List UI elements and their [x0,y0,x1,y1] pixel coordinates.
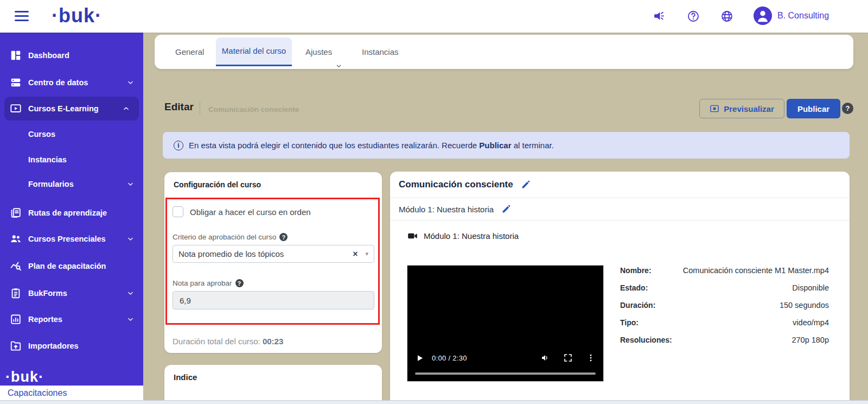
sidebar-item-importadores[interactable]: Importadores [0,335,143,357]
course-title: Comunicación consciente [399,179,513,190]
video-controls: 0:00 / 2:30 [407,351,603,365]
module-title-row: Módulo 1: Nuestra historia [390,198,850,220]
course-config-card: Configuración del curso Obligar a hacer … [164,172,382,353]
capacitaciones-link[interactable]: Capacitaciones [8,388,67,398]
grade-input[interactable] [173,291,374,310]
chevron-down-icon [126,289,135,298]
title-divider [200,101,200,115]
edit-course-title-icon[interactable] [521,180,531,190]
app-root: ·buk· B. Consulting Dashboard Centro de … [0,0,868,404]
video-time: 0:00 / 2:30 [432,354,467,362]
index-card: Indice [164,365,382,404]
course-tabs-card: General Material del curso Ajustes Insta… [155,35,853,69]
preview-eye-icon [710,104,719,113]
criteria-field-label: Criterio de aprobación del curso ? [173,233,288,241]
help-icon[interactable] [687,10,700,23]
force-order-checkbox[interactable] [173,206,183,217]
grade-help-icon[interactable]: ? [235,279,244,287]
training-plan-icon [10,260,22,272]
page-title: Editar [164,101,194,113]
capacitaciones-link-bar[interactable]: Capacitaciones [0,386,143,400]
sidebar-item-reportes[interactable]: Reportes [0,308,143,330]
fullscreen-icon[interactable] [563,353,573,363]
chevron-down-icon [126,235,135,243]
horizontal-scrollbar[interactable] [0,400,868,404]
page-subtitle: Comunicación consciente [208,105,299,113]
importers-folder-icon [10,340,22,352]
sidebar: Dashboard Centro de datos Cursos E-Learn… [0,33,143,386]
sidebar-subitem-formularios[interactable]: Formularios [0,173,143,195]
tab-ajustes[interactable]: Ajustes [305,35,342,69]
detail-row-resoluciones: Resoluciones: 270p 180p [620,331,829,349]
detail-row-nombre: Nombre: Comunicación consciente M1 Maste… [620,262,829,279]
top-bar: ·buk· B. Consulting [0,0,868,33]
people-icon [10,233,22,245]
sidebar-item-rutas-de-aprendizaje[interactable]: Rutas de aprendizaje [0,202,143,224]
publish-button[interactable]: Publicar [787,99,840,118]
select-caret-icon[interactable]: ▾ [365,250,368,257]
tab-instancias[interactable]: Instancias [362,35,399,69]
sidebar-subitem-instancias[interactable]: Instancias [0,149,143,171]
edit-module-title-icon[interactable] [501,204,511,214]
sidebar-item-cursos-elearning[interactable]: Cursos E-Learning [4,97,139,121]
sidebar-item-dashboard[interactable]: Dashboard [0,45,143,66]
publish-help-icon[interactable]: ? [842,103,853,114]
volume-icon[interactable] [540,353,550,363]
chevron-down-icon [335,49,342,56]
bukforms-clipboard-icon [10,287,22,299]
force-order-checkbox-row[interactable]: Obligar a hacer el curso en orden [173,206,311,217]
criteria-help-icon[interactable]: ? [279,233,288,241]
preview-button[interactable]: Previsualizar [699,99,784,118]
info-banner: i En esta vista podrá elegir el contenid… [163,132,850,159]
language-globe-icon[interactable] [720,10,733,23]
chevron-down-icon [126,180,135,188]
chevron-up-icon [122,105,130,113]
course-title-row: Comunicación consciente [390,172,850,198]
sidebar-item-plan-de-capacitacion[interactable]: Plan de capacitación [0,255,143,277]
sidebar-footer-buk-logo: ·buk· [5,369,44,386]
video-topic-row: Módulo 1: Nuestra historia [407,230,519,242]
video-details: Nombre: Comunicación consciente M1 Maste… [620,262,829,349]
detail-row-estado: Estado: Disponible [620,279,829,296]
video-player[interactable]: 0:00 / 2:30 [407,265,604,382]
learning-paths-icon [10,207,22,219]
elearning-icon [10,103,22,115]
banner-text: En esta vista podrá elegir el contenido … [189,141,554,150]
info-icon: i [174,141,183,150]
grade-field-label: Nota para aprobar ? [173,279,244,287]
sidebar-item-bukforms[interactable]: BukForms [0,282,143,304]
index-card-title: Indice [174,373,197,382]
announcements-megaphone-icon[interactable] [652,10,665,23]
avatar [754,7,772,25]
buk-logo: ·buk· [52,4,102,27]
course-content-card: Comunicación consciente Módulo 1: Nuestr… [390,172,850,404]
config-card-title: Configuración del curso [174,180,261,189]
chevron-down-icon [126,315,135,324]
clear-selection-icon[interactable]: × [353,249,358,259]
tab-general[interactable]: General [175,35,204,69]
reports-icon [10,313,22,325]
criteria-select[interactable]: Nota promedio de los tópicos × ▾ [173,245,374,263]
user-menu[interactable]: B. Consulting [754,7,829,25]
dashboard-icon [10,49,22,61]
detail-row-tipo: Tipo: video/mp4 [620,314,829,331]
chevron-down-icon [126,79,135,87]
video-camera-icon [407,230,418,242]
video-progress-bar[interactable] [415,373,596,375]
data-center-icon [10,77,22,89]
sidebar-item-centro-de-datos[interactable]: Centro de datos [0,72,143,93]
detail-row-duracion: Duración: 150 segundos [620,296,829,314]
force-order-label: Obligar a hacer el curso en orden [190,207,311,217]
module-title: Módulo 1: Nuestra historia [399,205,494,214]
play-icon[interactable] [415,354,424,363]
hamburger-menu-icon[interactable] [15,11,29,22]
tab-material-del-curso[interactable]: Material del curso [216,37,292,66]
criteria-select-value: Nota promedio de los tópicos [178,249,353,258]
more-options-icon[interactable] [586,353,596,363]
sidebar-subitem-cursos[interactable]: Cursos [0,123,143,145]
total-duration: Duración total del curso: 00:23 [173,337,283,346]
video-topic-title: Módulo 1: Nuestra historia [424,231,519,241]
user-name: B. Consulting [777,11,829,21]
sidebar-item-cursos-presenciales[interactable]: Cursos Presenciales [0,228,143,250]
